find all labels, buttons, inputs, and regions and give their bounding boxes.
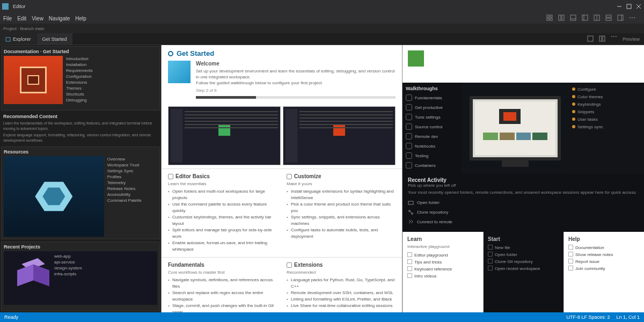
bullet[interactable]: Split editors and manage tab groups for … (168, 227, 277, 240)
sidelist-item[interactable]: Snippets (572, 108, 641, 116)
dot-icon (572, 87, 575, 91)
bullet[interactable]: Live Share for real-time collaborative e… (287, 303, 396, 309)
menu-view[interactable]: View (32, 16, 43, 21)
list-item[interactable]: Overview (107, 156, 157, 162)
bullet[interactable]: Stage, commit, and push changes with the… (168, 303, 277, 312)
card-item[interactable]: New file (488, 244, 559, 251)
preview-icon[interactable] (587, 35, 595, 43)
svg-point-29 (613, 36, 614, 37)
close-icon[interactable] (635, 3, 642, 10)
card-item[interactable]: Show release notes (568, 251, 640, 258)
layout-rows-icon[interactable] (605, 14, 613, 22)
card-item[interactable]: Join community (568, 265, 640, 272)
layout-panel-icon[interactable] (570, 14, 577, 22)
bullet[interactable]: Configure tasks to automate builds, test… (287, 227, 396, 240)
bullet[interactable]: Sync settings, snippets, and extensions … (287, 214, 396, 227)
layout-columns-icon[interactable] (558, 14, 566, 22)
menu-file[interactable]: File (3, 16, 12, 21)
tab-explorer[interactable]: Explorer (0, 33, 37, 45)
list-item[interactable]: api-service (54, 259, 155, 265)
more-icon[interactable] (629, 14, 636, 22)
community-icon (568, 266, 573, 270)
bullet[interactable]: Navigate symbols, definitions, and refer… (168, 277, 277, 290)
card-item[interactable]: Open recent workspace (488, 265, 559, 272)
card-item[interactable]: Tips and tricks (407, 259, 479, 266)
walkthrough-item[interactable]: Notebooks (406, 143, 458, 149)
walkthrough-item[interactable]: Testing (406, 152, 458, 159)
walkthrough-item[interactable]: Containers (406, 162, 458, 169)
card-item[interactable]: Report issue (568, 258, 640, 265)
list-item[interactable]: Debugging (66, 97, 157, 103)
screenshot-2[interactable] (283, 106, 396, 165)
layout-sidebar-icon[interactable] (582, 14, 589, 22)
list-item[interactable]: Installation (66, 62, 157, 68)
list-item[interactable]: Accessibility (107, 192, 157, 197)
walkthrough-item[interactable]: Fundamentals (406, 94, 458, 101)
bullet[interactable]: Remote development over SSH, containers,… (287, 290, 396, 296)
card-item[interactable]: Intro videos (407, 273, 479, 280)
sidelist-item[interactable]: Color themes (572, 93, 641, 101)
list-item[interactable]: design-system (54, 265, 155, 271)
thumb-cube[interactable]: web-app api-service design-system infra-… (4, 251, 157, 305)
status-left[interactable]: Ready (4, 314, 18, 320)
list-item[interactable]: Configuration (66, 74, 157, 79)
sidelist-item[interactable]: Configure (572, 86, 641, 93)
tab-right-hint: Preview (623, 36, 640, 42)
bullet[interactable]: Linting and formatting with ESLint, Pret… (287, 296, 396, 303)
list-item[interactable]: Themes (66, 85, 157, 91)
layout-split-icon[interactable] (594, 14, 601, 22)
walkthrough-item[interactable]: Get productive (406, 104, 458, 111)
menu-help[interactable]: Help (75, 16, 86, 21)
thumb-hexagon[interactable] (4, 156, 104, 237)
action-item[interactable]: Clone repository (408, 209, 639, 215)
layout-right-icon[interactable] (617, 14, 625, 22)
sidelist-item[interactable]: User tasks (572, 116, 641, 123)
list-item[interactable]: Introduction (66, 56, 157, 62)
menu-navigate[interactable]: Navigate (49, 16, 70, 21)
walkthrough-item[interactable]: Tune settings (406, 114, 458, 120)
layout-grid-icon[interactable] (546, 14, 554, 22)
list-item[interactable]: Shortcuts (66, 91, 157, 97)
bullet[interactable]: Open folders and multi-root workspaces f… (168, 188, 277, 201)
list-item[interactable]: web-app (54, 253, 155, 259)
status-mid[interactable]: UTF-8 LF Spaces: 2 (566, 314, 610, 320)
bullet[interactable]: Pick a color theme and product icon them… (287, 201, 396, 214)
list-item[interactable]: infra-scripts (54, 271, 155, 277)
card-item[interactable]: Editor playground (407, 252, 479, 259)
thumb-orange[interactable] (4, 56, 63, 104)
walkthrough-item[interactable]: Remote dev (406, 133, 458, 140)
list-item[interactable]: Workspace Trust (107, 162, 157, 168)
list-item[interactable]: Command Palette (107, 197, 157, 203)
card-item[interactable]: Clone Git repository (488, 258, 559, 265)
bullet[interactable]: Customize keybindings, themes, and the a… (168, 214, 277, 227)
screenshot-1[interactable] (168, 106, 281, 165)
maximize-icon[interactable] (626, 3, 632, 10)
sidelist-item[interactable]: Settings sync (572, 123, 641, 131)
sidelist-item[interactable]: Keybindings (572, 101, 641, 108)
list-item[interactable]: Settings Sync (107, 168, 157, 174)
list-item[interactable]: Extensions (66, 79, 157, 85)
bullet[interactable]: Language packs for Python, Rust, Go, Typ… (287, 277, 396, 290)
walkthrough-item[interactable]: Source control (406, 123, 458, 130)
status-right[interactable]: Ln 1, Col 1 (616, 314, 640, 320)
card-item[interactable]: Documentation (568, 244, 640, 251)
bullet[interactable]: Use the command palette to access every … (168, 201, 277, 214)
bullet[interactable]: Enable autosave, format-on-save, and tri… (168, 240, 277, 253)
list-item[interactable]: Telemetry (107, 180, 157, 186)
more-tab-icon[interactable] (611, 35, 618, 43)
tab-doc[interactable]: Get Started (37, 33, 73, 45)
list-item[interactable]: Requirements (66, 68, 157, 74)
action-item[interactable]: Open folder (408, 200, 639, 206)
list-item[interactable]: Release Notes (107, 186, 157, 192)
card-item[interactable]: Open folder (488, 251, 559, 258)
menu-edit[interactable]: Edit (17, 16, 26, 21)
bullet[interactable]: Search and replace with regex across the… (168, 290, 277, 303)
card-item[interactable]: Keyboard reference (407, 266, 479, 273)
sec-extensions: Extensions Recommended Language packs fo… (287, 262, 396, 312)
action-item[interactable]: Connect to remote (408, 219, 639, 225)
split-editor-icon[interactable] (599, 35, 606, 43)
svg-rect-17 (606, 15, 611, 17)
list-item[interactable]: Profiles (107, 174, 157, 180)
minimize-icon[interactable] (616, 3, 623, 10)
bullet[interactable]: Install language extensions for syntax h… (287, 188, 396, 201)
